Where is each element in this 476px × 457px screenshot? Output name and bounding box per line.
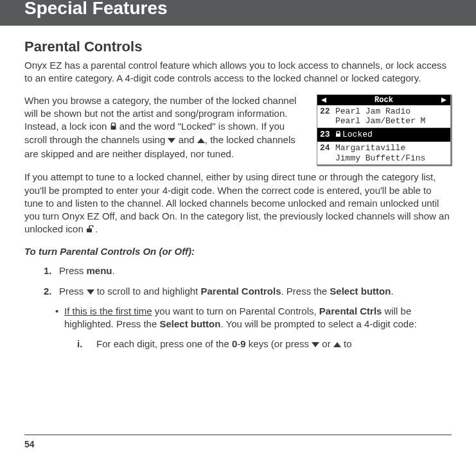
channel-info: Pearl Jam Radio Pearl Jam/Better M	[335, 107, 448, 126]
svg-rect-2	[336, 134, 340, 137]
channel-locked-label: Locked	[335, 130, 448, 141]
svg-rect-6	[87, 229, 92, 232]
first-time-underline: If this is the first time	[64, 306, 152, 316]
screen-category-bar: Rock	[317, 95, 450, 105]
left-arrow-icon	[321, 98, 326, 103]
channel-info: Margaritaville Jimmy Buffett/Fins	[335, 143, 448, 163]
screen-category-label: Rock	[375, 96, 393, 105]
page-number: 54	[24, 439, 35, 449]
svg-marker-7	[87, 289, 94, 295]
channel-row-locked: 23 Locked	[317, 128, 450, 142]
lock-icon	[110, 121, 117, 134]
lock-icon	[335, 130, 341, 141]
up-arrow-icon	[333, 338, 341, 351]
channel-number: 22	[320, 107, 335, 117]
channel-artist: Pearl Jam/Better M	[335, 116, 425, 126]
footer-rule	[24, 435, 452, 435]
instructions-heading: To turn Parental Controls On (or Off):	[24, 246, 452, 257]
down-arrow-icon	[312, 338, 319, 351]
header-bar: Special Features	[0, 0, 476, 26]
page-header-title: Special Features	[24, 0, 168, 19]
channel-title: Pearl Jam Radio	[335, 107, 410, 116]
down-arrow-icon	[87, 286, 94, 298]
select-button-label: Select button	[159, 318, 220, 329]
instructions-list: 1. Press menu. 2. Press to scroll to and…	[24, 264, 452, 358]
screen-frame: Rock 22 Pearl Jam Radio Pearl Jam/Better…	[317, 94, 452, 166]
svg-marker-4	[168, 138, 175, 143]
bullet-mark: •	[55, 305, 64, 351]
channel-number: 23	[320, 130, 335, 140]
channel-number: 24	[320, 143, 335, 153]
device-screen-preview: Rock 22 Pearl Jam Radio Pearl Jam/Better…	[317, 94, 452, 166]
step-1: 1. Press menu.	[59, 264, 452, 277]
svg-marker-5	[197, 138, 205, 143]
down-arrow-icon	[168, 134, 175, 147]
step-number: 1.	[44, 264, 59, 277]
first-time-bullet: • If this is the first time you want to …	[59, 305, 452, 351]
step-2: 2. Press to scroll to and highlight Pare…	[59, 285, 452, 358]
channel-artist: Jimmy Buffett/Fins	[335, 153, 425, 163]
key-9-label: 9	[240, 338, 245, 349]
menu-button-label: menu	[87, 265, 112, 276]
svg-marker-8	[312, 342, 319, 347]
tune-paragraph: If you attempt to tune to a locked chann…	[24, 171, 452, 236]
channel-title: Margaritaville	[335, 143, 405, 153]
intro-paragraph: Onyx EZ has a parental control feature w…	[24, 59, 452, 85]
channel-row: 22 Pearl Jam Radio Pearl Jam/Better M	[317, 105, 450, 128]
content-area: Parental Controls Onyx EZ has a parental…	[0, 26, 476, 358]
channel-row: 24 Margaritaville Jimmy Buffett/Fins	[317, 142, 450, 164]
parental-controls-label: Parental Controls	[200, 286, 281, 297]
up-arrow-icon	[197, 134, 205, 147]
right-arrow-icon	[441, 98, 446, 103]
svg-rect-3	[110, 126, 116, 130]
sub-step-i: i. For each digit, press one of the 0-9 …	[81, 338, 452, 351]
sub-step-number: i.	[77, 338, 96, 351]
sub-steps: i. For each digit, press one of the 0-9 …	[64, 338, 452, 351]
section-title: Parental Controls	[24, 39, 452, 55]
svg-marker-1	[441, 98, 446, 103]
svg-marker-0	[321, 98, 326, 103]
parental-ctrls-label: Parental Ctrls	[319, 306, 382, 316]
svg-marker-9	[333, 342, 341, 347]
select-button-label: Select button	[330, 286, 391, 297]
unlock-icon	[86, 223, 95, 236]
